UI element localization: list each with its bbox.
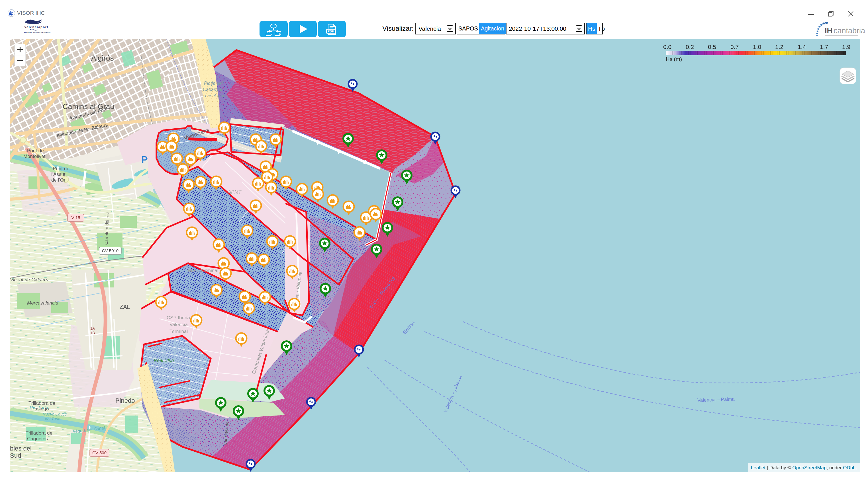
svg-text:del Turia: del Turia: [45, 417, 60, 421]
svg-text:- Les Arenes: - Les Arenes: [202, 93, 228, 98]
svg-text:Hs (m): Hs (m): [666, 56, 682, 62]
svg-text:CV-500: CV-500: [92, 450, 106, 455]
svg-text:Terminal: Terminal: [169, 329, 188, 334]
svg-text:Autoridad Portuaria de Valenci: Autoridad Portuaria de Valencia: [24, 31, 51, 33]
svg-text:0.0: 0.0: [663, 43, 672, 50]
svg-text:1.4: 1.4: [798, 43, 806, 50]
svg-text:Caguetes: Caguetes: [27, 436, 48, 441]
svg-text:Pinedo: Pinedo: [115, 397, 135, 404]
svg-text:CV-5010: CV-5010: [102, 248, 119, 253]
svg-text:Riu Túria: Riu Túria: [30, 405, 48, 410]
svg-text:valenciaport: valenciaport: [25, 25, 49, 29]
svg-text:1.2: 1.2: [775, 43, 783, 50]
svg-text:APMT: APMT: [227, 189, 242, 195]
svg-text:Real Club: Real Club: [154, 358, 174, 363]
svg-text:ZAL: ZAL: [120, 304, 130, 310]
svg-text:V-15: V-15: [71, 215, 80, 220]
svg-text:VISOR IHC: VISOR IHC: [17, 10, 45, 16]
svg-text:l'Assut: l'Assut: [51, 172, 65, 177]
svg-text:Leaflet | Data by © OpenStreet: Leaflet | Data by © OpenStreetMap, under…: [751, 465, 857, 471]
svg-text:de l'Or: de l'Or: [51, 177, 65, 183]
svg-text:PDF: PDF: [328, 30, 334, 33]
svg-text:1B: 1B: [90, 331, 95, 335]
svg-text:P: P: [141, 154, 148, 165]
svg-text:Cabanyal: Cabanyal: [203, 87, 222, 92]
svg-text:0.7: 0.7: [731, 43, 739, 50]
svg-text:Platja del: Platja del: [204, 81, 223, 85]
svg-text:Nuevo Cauce: Nuevo Cauce: [43, 412, 67, 416]
svg-text:Vicent de Calders: Vicent de Calders: [10, 277, 48, 282]
svg-text:0.5: 0.5: [708, 43, 716, 50]
svg-text:Sud: Sud: [10, 452, 21, 459]
svg-text:Pont de: Pont de: [27, 148, 44, 153]
svg-text:bles del: bles del: [10, 445, 32, 452]
svg-text:1.9: 1.9: [842, 43, 850, 50]
svg-text:Algirós: Algirós: [91, 54, 114, 62]
svg-text:1.7: 1.7: [820, 43, 828, 50]
svg-text:IH: IH: [825, 27, 832, 35]
svg-text:1A: 1A: [90, 326, 95, 331]
svg-text:CSP Iberia: CSP Iberia: [167, 315, 190, 320]
svg-text:Trilladora de: Trilladora de: [26, 430, 53, 436]
svg-text:Mercavalencia: Mercavalencia: [27, 300, 58, 306]
svg-text:1.0: 1.0: [753, 43, 761, 50]
svg-text:0.2: 0.2: [686, 43, 694, 50]
svg-text:Pont de: Pont de: [53, 166, 69, 171]
svg-text:Valencia: Valencia: [169, 322, 188, 327]
svg-text:MSC Terminal: MSC Terminal: [188, 268, 218, 273]
svg-text:Montolivet: Montolivet: [23, 154, 45, 159]
svg-text:cantabria: cantabria: [834, 27, 865, 35]
